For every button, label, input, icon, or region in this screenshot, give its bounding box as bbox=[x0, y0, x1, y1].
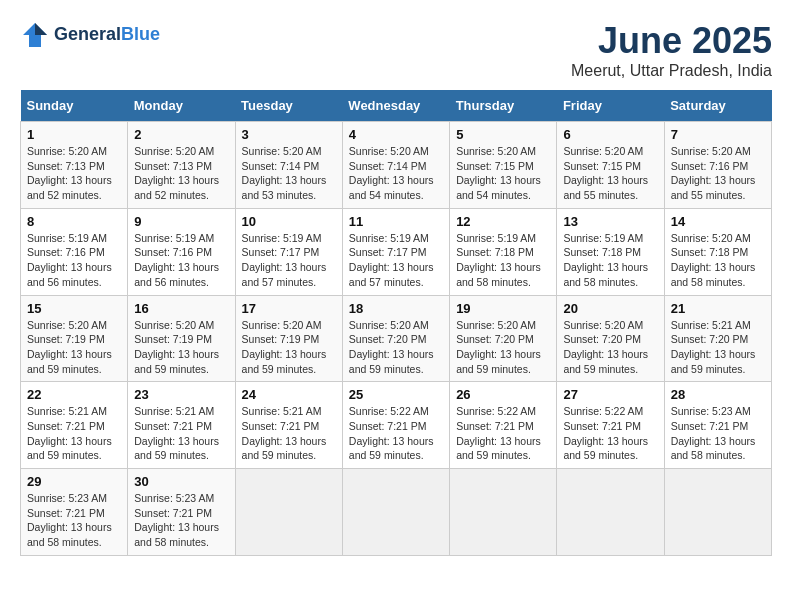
day-info: Sunrise: 5:19 AM Sunset: 7:18 PM Dayligh… bbox=[456, 231, 550, 290]
calendar-cell: 28Sunrise: 5:23 AM Sunset: 7:21 PM Dayli… bbox=[664, 382, 771, 469]
calendar-cell bbox=[235, 469, 342, 556]
day-info: Sunrise: 5:20 AM Sunset: 7:20 PM Dayligh… bbox=[349, 318, 443, 377]
calendar-cell: 2Sunrise: 5:20 AM Sunset: 7:13 PM Daylig… bbox=[128, 122, 235, 209]
day-number: 3 bbox=[242, 127, 336, 142]
day-number: 29 bbox=[27, 474, 121, 489]
logo-text-line1: GeneralBlue bbox=[54, 25, 160, 45]
day-info: Sunrise: 5:19 AM Sunset: 7:17 PM Dayligh… bbox=[349, 231, 443, 290]
day-info: Sunrise: 5:23 AM Sunset: 7:21 PM Dayligh… bbox=[27, 491, 121, 550]
calendar-cell: 7Sunrise: 5:20 AM Sunset: 7:16 PM Daylig… bbox=[664, 122, 771, 209]
calendar-cell: 24Sunrise: 5:21 AM Sunset: 7:21 PM Dayli… bbox=[235, 382, 342, 469]
weekday-header-sunday: Sunday bbox=[21, 90, 128, 122]
calendar-cell: 23Sunrise: 5:21 AM Sunset: 7:21 PM Dayli… bbox=[128, 382, 235, 469]
day-info: Sunrise: 5:20 AM Sunset: 7:19 PM Dayligh… bbox=[27, 318, 121, 377]
calendar-cell: 14Sunrise: 5:20 AM Sunset: 7:18 PM Dayli… bbox=[664, 208, 771, 295]
day-info: Sunrise: 5:22 AM Sunset: 7:21 PM Dayligh… bbox=[456, 404, 550, 463]
day-number: 12 bbox=[456, 214, 550, 229]
day-number: 30 bbox=[134, 474, 228, 489]
calendar-cell: 3Sunrise: 5:20 AM Sunset: 7:14 PM Daylig… bbox=[235, 122, 342, 209]
calendar-cell bbox=[342, 469, 449, 556]
calendar-week-4: 22Sunrise: 5:21 AM Sunset: 7:21 PM Dayli… bbox=[21, 382, 772, 469]
day-number: 19 bbox=[456, 301, 550, 316]
day-info: Sunrise: 5:21 AM Sunset: 7:21 PM Dayligh… bbox=[27, 404, 121, 463]
calendar-title-section: June 2025 Meerut, Uttar Pradesh, India bbox=[571, 20, 772, 80]
day-number: 2 bbox=[134, 127, 228, 142]
weekday-header-thursday: Thursday bbox=[450, 90, 557, 122]
day-number: 7 bbox=[671, 127, 765, 142]
calendar-cell: 18Sunrise: 5:20 AM Sunset: 7:20 PM Dayli… bbox=[342, 295, 449, 382]
calendar-cell: 6Sunrise: 5:20 AM Sunset: 7:15 PM Daylig… bbox=[557, 122, 664, 209]
calendar-cell: 20Sunrise: 5:20 AM Sunset: 7:20 PM Dayli… bbox=[557, 295, 664, 382]
day-info: Sunrise: 5:19 AM Sunset: 7:17 PM Dayligh… bbox=[242, 231, 336, 290]
calendar-week-2: 8Sunrise: 5:19 AM Sunset: 7:16 PM Daylig… bbox=[21, 208, 772, 295]
day-number: 25 bbox=[349, 387, 443, 402]
day-info: Sunrise: 5:19 AM Sunset: 7:16 PM Dayligh… bbox=[134, 231, 228, 290]
day-info: Sunrise: 5:23 AM Sunset: 7:21 PM Dayligh… bbox=[671, 404, 765, 463]
calendar-cell: 15Sunrise: 5:20 AM Sunset: 7:19 PM Dayli… bbox=[21, 295, 128, 382]
calendar-cell: 1Sunrise: 5:20 AM Sunset: 7:13 PM Daylig… bbox=[21, 122, 128, 209]
weekday-header-tuesday: Tuesday bbox=[235, 90, 342, 122]
weekday-header-monday: Monday bbox=[128, 90, 235, 122]
day-info: Sunrise: 5:20 AM Sunset: 7:18 PM Dayligh… bbox=[671, 231, 765, 290]
calendar-title: June 2025 bbox=[571, 20, 772, 62]
calendar-header-row: SundayMondayTuesdayWednesdayThursdayFrid… bbox=[21, 90, 772, 122]
day-info: Sunrise: 5:20 AM Sunset: 7:16 PM Dayligh… bbox=[671, 144, 765, 203]
day-number: 4 bbox=[349, 127, 443, 142]
day-info: Sunrise: 5:20 AM Sunset: 7:19 PM Dayligh… bbox=[242, 318, 336, 377]
calendar-table: SundayMondayTuesdayWednesdayThursdayFrid… bbox=[20, 90, 772, 556]
day-info: Sunrise: 5:20 AM Sunset: 7:13 PM Dayligh… bbox=[134, 144, 228, 203]
day-number: 18 bbox=[349, 301, 443, 316]
weekday-header-friday: Friday bbox=[557, 90, 664, 122]
calendar-cell: 25Sunrise: 5:22 AM Sunset: 7:21 PM Dayli… bbox=[342, 382, 449, 469]
calendar-cell: 16Sunrise: 5:20 AM Sunset: 7:19 PM Dayli… bbox=[128, 295, 235, 382]
weekday-header-saturday: Saturday bbox=[664, 90, 771, 122]
weekday-header-wednesday: Wednesday bbox=[342, 90, 449, 122]
calendar-cell: 27Sunrise: 5:22 AM Sunset: 7:21 PM Dayli… bbox=[557, 382, 664, 469]
day-number: 6 bbox=[563, 127, 657, 142]
day-number: 11 bbox=[349, 214, 443, 229]
calendar-cell bbox=[557, 469, 664, 556]
day-number: 5 bbox=[456, 127, 550, 142]
day-info: Sunrise: 5:22 AM Sunset: 7:21 PM Dayligh… bbox=[349, 404, 443, 463]
day-number: 28 bbox=[671, 387, 765, 402]
day-number: 10 bbox=[242, 214, 336, 229]
calendar-cell: 29Sunrise: 5:23 AM Sunset: 7:21 PM Dayli… bbox=[21, 469, 128, 556]
day-number: 23 bbox=[134, 387, 228, 402]
day-number: 27 bbox=[563, 387, 657, 402]
day-info: Sunrise: 5:20 AM Sunset: 7:20 PM Dayligh… bbox=[563, 318, 657, 377]
day-number: 24 bbox=[242, 387, 336, 402]
calendar-cell bbox=[664, 469, 771, 556]
day-number: 9 bbox=[134, 214, 228, 229]
calendar-cell: 21Sunrise: 5:21 AM Sunset: 7:20 PM Dayli… bbox=[664, 295, 771, 382]
day-number: 1 bbox=[27, 127, 121, 142]
calendar-cell: 13Sunrise: 5:19 AM Sunset: 7:18 PM Dayli… bbox=[557, 208, 664, 295]
day-number: 13 bbox=[563, 214, 657, 229]
day-number: 26 bbox=[456, 387, 550, 402]
day-info: Sunrise: 5:19 AM Sunset: 7:18 PM Dayligh… bbox=[563, 231, 657, 290]
day-info: Sunrise: 5:20 AM Sunset: 7:14 PM Dayligh… bbox=[242, 144, 336, 203]
day-info: Sunrise: 5:20 AM Sunset: 7:13 PM Dayligh… bbox=[27, 144, 121, 203]
calendar-cell: 8Sunrise: 5:19 AM Sunset: 7:16 PM Daylig… bbox=[21, 208, 128, 295]
logo: GeneralBlue bbox=[20, 20, 160, 50]
day-info: Sunrise: 5:21 AM Sunset: 7:21 PM Dayligh… bbox=[134, 404, 228, 463]
logo-icon bbox=[20, 20, 50, 50]
day-info: Sunrise: 5:22 AM Sunset: 7:21 PM Dayligh… bbox=[563, 404, 657, 463]
day-number: 15 bbox=[27, 301, 121, 316]
calendar-week-3: 15Sunrise: 5:20 AM Sunset: 7:19 PM Dayli… bbox=[21, 295, 772, 382]
day-number: 20 bbox=[563, 301, 657, 316]
day-number: 14 bbox=[671, 214, 765, 229]
day-info: Sunrise: 5:23 AM Sunset: 7:21 PM Dayligh… bbox=[134, 491, 228, 550]
svg-marker-1 bbox=[35, 23, 47, 35]
calendar-cell: 12Sunrise: 5:19 AM Sunset: 7:18 PM Dayli… bbox=[450, 208, 557, 295]
day-number: 8 bbox=[27, 214, 121, 229]
day-info: Sunrise: 5:19 AM Sunset: 7:16 PM Dayligh… bbox=[27, 231, 121, 290]
day-number: 16 bbox=[134, 301, 228, 316]
calendar-week-5: 29Sunrise: 5:23 AM Sunset: 7:21 PM Dayli… bbox=[21, 469, 772, 556]
day-info: Sunrise: 5:20 AM Sunset: 7:14 PM Dayligh… bbox=[349, 144, 443, 203]
page-header: GeneralBlue June 2025 Meerut, Uttar Prad… bbox=[20, 20, 772, 80]
calendar-cell: 9Sunrise: 5:19 AM Sunset: 7:16 PM Daylig… bbox=[128, 208, 235, 295]
day-number: 17 bbox=[242, 301, 336, 316]
calendar-cell: 22Sunrise: 5:21 AM Sunset: 7:21 PM Dayli… bbox=[21, 382, 128, 469]
calendar-cell: 4Sunrise: 5:20 AM Sunset: 7:14 PM Daylig… bbox=[342, 122, 449, 209]
calendar-cell: 11Sunrise: 5:19 AM Sunset: 7:17 PM Dayli… bbox=[342, 208, 449, 295]
